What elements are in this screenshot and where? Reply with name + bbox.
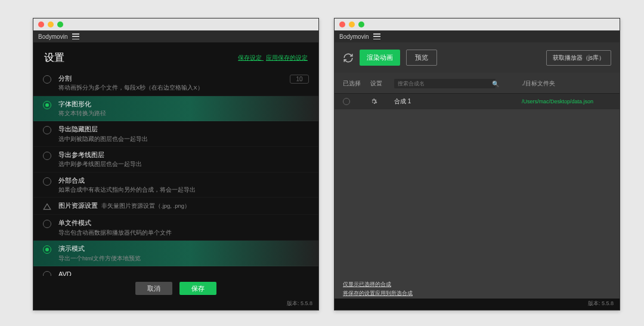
radio-circle-icon[interactable] — [43, 177, 51, 186]
option-body: 图片资源设置非矢量图片资源设置（.jpg, .png） — [58, 201, 309, 210]
option-row[interactable]: 分割将动画拆分为多个文件，每段X秒（在右边空格输入X）10 — [33, 70, 318, 96]
option-desc: 将动画拆分为多个文件，每段X秒（在右边空格输入X） — [58, 84, 283, 91]
app-name: Bodymovin — [38, 33, 67, 40]
gear-icon[interactable] — [370, 98, 377, 105]
radio-circle-icon[interactable] — [43, 126, 51, 134]
option-body: 外部合成如果合成中有表达式指向另外的合成，将会一起导出 — [58, 176, 309, 194]
option-desc: 导出一个html文件方便本地预览 — [58, 254, 309, 262]
empty-body — [335, 109, 620, 276]
destination-path[interactable]: /Users/mac/Desktop/data.json — [522, 99, 611, 104]
option-body: 单文件模式导出包含动画数据和播放器代码的单个文件 — [58, 219, 309, 236]
app-bar: Bodymovin — [33, 30, 318, 42]
options-list: 分割将动画拆分为多个文件，每段X秒（在右边空格输入X）10字体图形化将文本转换为… — [33, 70, 318, 276]
composition-name: 合成 1 — [394, 97, 522, 106]
option-body: 分割将动画拆分为多个文件，每段X秒（在右边空格输入X） — [58, 74, 283, 92]
table-row[interactable]: 合成 1 /Users/mac/Desktop/data.json — [335, 93, 620, 109]
zoom-dot[interactable] — [57, 21, 63, 27]
header-links: 保存设定 应用保存的设定 — [236, 54, 308, 62]
search-input[interactable] — [394, 79, 496, 88]
radio-circle-icon[interactable] — [43, 101, 51, 109]
version-label: 版本: 5.5.8 — [33, 299, 318, 310]
minimize-dot[interactable] — [349, 21, 355, 27]
option-desc: 将文本转换为路径 — [58, 109, 309, 117]
option-desc: 选中则参考线图层也会一起导出 — [58, 160, 309, 168]
button-row: 取消 保存 — [33, 276, 318, 299]
option-desc: 导出包含动画数据和播放器代码的单个文件 — [58, 229, 309, 236]
radio-circle-icon[interactable] — [43, 271, 51, 276]
option-title: 导出隐藏图层 — [58, 125, 309, 134]
option-row[interactable]: 演示模式导出一个html文件方便本地预览 — [33, 241, 318, 266]
hamburger-icon[interactable] — [72, 33, 79, 39]
save-settings-link[interactable]: 保存设定 — [238, 54, 262, 61]
zoom-dot[interactable] — [358, 21, 364, 27]
preview-button[interactable]: 预览 — [406, 50, 437, 66]
option-row[interactable]: 图片资源设置非矢量图片资源设置（.jpg, .png） — [33, 198, 318, 215]
select-circle-icon[interactable] — [343, 98, 350, 105]
hamburger-icon[interactable] — [373, 33, 380, 39]
version-label: 版本: 5.5.8 — [335, 299, 620, 310]
option-body: 导出隐藏图层选中则被隐藏的图层也会一起导出 — [58, 125, 309, 143]
app-name: Bodymovin — [339, 33, 369, 40]
option-title: 外部合成 — [58, 176, 309, 185]
option-title: 单文件模式 — [58, 219, 309, 227]
apply-saved-to-selected-link[interactable]: 将保存的设置应用到所选合成 — [343, 289, 611, 297]
save-button[interactable]: 保存 — [179, 282, 216, 295]
render-button[interactable]: 渲染动画 — [360, 50, 400, 66]
option-title: 字体图形化 — [58, 100, 309, 109]
refresh-icon[interactable] — [343, 53, 354, 63]
option-row[interactable]: 单文件模式导出包含动画数据和播放器代码的单个文件 — [33, 215, 318, 241]
radio-circle-icon[interactable] — [43, 75, 51, 84]
option-title: 导出参考线图层 — [58, 150, 309, 159]
get-player-button[interactable]: 获取播放器（js库） — [546, 50, 611, 66]
option-row[interactable]: AVD导出安卓AVD格式的xml资源 — [33, 266, 318, 276]
apply-saved-link[interactable]: 应用保存的设定 — [266, 54, 308, 61]
option-row[interactable]: 导出隐藏图层选中则被隐藏的图层也会一起导出 — [33, 121, 318, 147]
mac-titlebar — [33, 19, 318, 30]
option-row[interactable]: 字体图形化将文本转换为路径 — [33, 96, 318, 122]
option-body: AVD导出安卓AVD格式的xml资源 — [58, 270, 309, 276]
option-title: 演示模式 — [58, 244, 309, 253]
cancel-button[interactable]: 取消 — [135, 282, 172, 295]
settings-header: 设置 保存设定 应用保存的设定 — [33, 42, 318, 70]
settings-content: 设置 保存设定 应用保存的设定 分割将动画拆分为多个文件，每段X秒（在右边空格输… — [33, 42, 318, 310]
option-title: AVD — [58, 270, 309, 276]
page-title: 设置 — [44, 51, 64, 64]
option-body: 导出参考线图层选中则参考线图层也会一起导出 — [58, 150, 309, 168]
segment-seconds-input[interactable]: 10 — [290, 75, 309, 84]
close-dot[interactable] — [38, 21, 44, 27]
col-settings: 设置 — [370, 79, 394, 88]
close-dot[interactable] — [339, 21, 345, 27]
main-content: 渲染动画 预览 获取播放器（js库） 已选择 设置 🔍 ./目标文件夹 — [335, 42, 620, 310]
radio-circle-icon[interactable] — [43, 245, 51, 254]
disclosure-triangle-icon[interactable] — [43, 202, 51, 211]
option-desc: 如果合成中有表达式指向另外的合成，将会一起导出 — [58, 186, 309, 193]
option-row[interactable]: 外部合成如果合成中有表达式指向另外的合成，将会一起导出 — [33, 173, 318, 198]
option-body: 演示模式导出一个html文件方便本地预览 — [58, 244, 309, 262]
show-selected-link[interactable]: 仅显示已选择的合成 — [343, 280, 611, 288]
option-title: 分割 — [58, 74, 283, 83]
radio-circle-icon[interactable] — [43, 152, 51, 160]
option-desc: 选中则被隐藏的图层也会一起导出 — [58, 135, 309, 143]
minimize-dot[interactable] — [48, 21, 54, 27]
radio-circle-icon[interactable] — [43, 220, 51, 228]
table-header: 已选择 设置 🔍 ./目标文件夹 — [335, 73, 620, 93]
compositions-window: Bodymovin 渲染动画 预览 获取播放器（js库） 已选择 设置 — [334, 18, 620, 310]
settings-window: Bodymovin 设置 保存设定 应用保存的设定 分割将动画拆分为多个文件，每… — [33, 18, 319, 310]
col-selected: 已选择 — [343, 79, 370, 88]
option-body: 字体图形化将文本转换为路径 — [58, 100, 309, 118]
app-bar: Bodymovin — [335, 30, 620, 42]
top-controls: 渲染动画 预览 获取播放器（js库） — [335, 42, 620, 73]
footer-links: 仅显示已选择的合成 将保存的设置应用到所选合成 — [335, 276, 620, 299]
option-title: 图片资源设置非矢量图片资源设置（.jpg, .png） — [58, 201, 309, 210]
col-dest: ./目标文件夹 — [522, 79, 611, 88]
mac-titlebar — [335, 19, 620, 30]
option-row[interactable]: 导出参考线图层选中则参考线图层也会一起导出 — [33, 147, 318, 173]
option-inline-desc: 非矢量图片资源设置（.jpg, .png） — [101, 202, 190, 209]
